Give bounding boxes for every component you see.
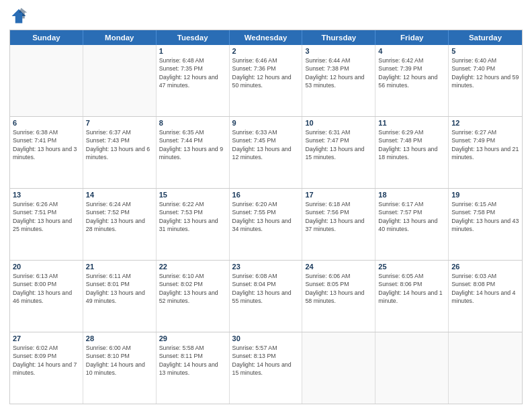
cell-info: Sunrise: 6:03 AM Sunset: 8:08 PM Dayligh… — [451, 272, 519, 305]
cell-info: Sunrise: 5:57 AM Sunset: 8:13 PM Dayligh… — [232, 344, 300, 377]
day-number: 28 — [86, 334, 153, 342]
cell-info: Sunrise: 6:06 AM Sunset: 8:05 PM Dayligh… — [305, 272, 372, 305]
calendar-cell — [10, 45, 83, 116]
cell-info: Sunrise: 6:10 AM Sunset: 8:02 PM Dayligh… — [159, 272, 226, 305]
cell-info: Sunrise: 6:26 AM Sunset: 7:51 PM Dayligh… — [13, 200, 80, 233]
cell-info: Sunrise: 6:48 AM Sunset: 7:35 PM Dayligh… — [159, 56, 226, 89]
calendar-row: 27Sunrise: 6:02 AM Sunset: 8:09 PM Dayli… — [10, 332, 522, 404]
cell-info: Sunrise: 6:08 AM Sunset: 8:04 PM Dayligh… — [232, 272, 300, 305]
day-number: 1 — [159, 47, 226, 55]
day-number: 26 — [451, 263, 519, 271]
day-number: 25 — [378, 263, 445, 271]
cell-info: Sunrise: 6:33 AM Sunset: 7:45 PM Dayligh… — [232, 128, 300, 161]
day-number: 29 — [159, 334, 226, 342]
day-number: 10 — [305, 119, 372, 127]
calendar: SundayMondayTuesdayWednesdayThursdayFrid… — [9, 30, 523, 404]
day-number: 5 — [451, 47, 519, 55]
day-number: 13 — [13, 191, 80, 199]
header — [9, 7, 523, 26]
calendar-body: 1Sunrise: 6:48 AM Sunset: 7:35 PM Daylig… — [10, 45, 522, 404]
calendar-cell — [375, 332, 449, 404]
cell-info: Sunrise: 6:40 AM Sunset: 7:40 PM Dayligh… — [451, 56, 519, 89]
day-number: 8 — [159, 119, 226, 127]
cell-info: Sunrise: 6:00 AM Sunset: 8:10 PM Dayligh… — [86, 344, 153, 377]
day-number: 12 — [451, 119, 519, 127]
calendar-cell: 8Sunrise: 6:35 AM Sunset: 7:44 PM Daylig… — [157, 117, 230, 188]
day-number: 11 — [378, 119, 445, 127]
calendar-cell: 2Sunrise: 6:46 AM Sunset: 7:36 PM Daylig… — [230, 45, 303, 116]
calendar-row: 13Sunrise: 6:26 AM Sunset: 7:51 PM Dayli… — [10, 188, 522, 260]
calendar-cell: 22Sunrise: 6:10 AM Sunset: 8:02 PM Dayli… — [157, 261, 230, 332]
cell-info: Sunrise: 6:17 AM Sunset: 7:57 PM Dayligh… — [378, 200, 445, 233]
day-number: 15 — [159, 191, 226, 199]
day-number: 9 — [232, 119, 300, 127]
cell-info: Sunrise: 6:05 AM Sunset: 8:06 PM Dayligh… — [378, 272, 445, 305]
day-number: 3 — [305, 47, 372, 55]
calendar-cell: 14Sunrise: 6:24 AM Sunset: 7:52 PM Dayli… — [83, 189, 157, 260]
cell-info: Sunrise: 6:35 AM Sunset: 7:44 PM Dayligh… — [159, 128, 226, 161]
day-number: 4 — [378, 47, 445, 55]
calendar-cell: 29Sunrise: 5:58 AM Sunset: 8:11 PM Dayli… — [157, 332, 230, 404]
calendar-cell: 9Sunrise: 6:33 AM Sunset: 7:45 PM Daylig… — [230, 117, 303, 188]
calendar-header-cell: Wednesday — [230, 30, 303, 45]
logo-icon — [9, 7, 28, 26]
calendar-cell: 11Sunrise: 6:29 AM Sunset: 7:48 PM Dayli… — [375, 117, 449, 188]
calendar-cell — [302, 332, 375, 404]
calendar-cell: 7Sunrise: 6:37 AM Sunset: 7:43 PM Daylig… — [83, 117, 157, 188]
cell-info: Sunrise: 6:31 AM Sunset: 7:47 PM Dayligh… — [305, 128, 372, 161]
calendar-cell: 21Sunrise: 6:11 AM Sunset: 8:01 PM Dayli… — [83, 261, 157, 332]
cell-info: Sunrise: 6:18 AM Sunset: 7:56 PM Dayligh… — [305, 200, 372, 233]
calendar-cell: 12Sunrise: 6:27 AM Sunset: 7:49 PM Dayli… — [449, 117, 522, 188]
calendar-header-cell: Sunday — [10, 30, 83, 45]
cell-info: Sunrise: 6:37 AM Sunset: 7:43 PM Dayligh… — [86, 128, 153, 161]
cell-info: Sunrise: 6:02 AM Sunset: 8:09 PM Dayligh… — [13, 344, 80, 377]
calendar-cell: 27Sunrise: 6:02 AM Sunset: 8:09 PM Dayli… — [10, 332, 83, 404]
day-number: 30 — [232, 334, 300, 342]
day-number: 27 — [13, 334, 80, 342]
day-number: 7 — [86, 119, 153, 127]
calendar-cell: 26Sunrise: 6:03 AM Sunset: 8:08 PM Dayli… — [449, 261, 522, 332]
calendar-cell: 3Sunrise: 6:44 AM Sunset: 7:38 PM Daylig… — [302, 45, 375, 116]
calendar-cell — [83, 45, 157, 116]
page: SundayMondayTuesdayWednesdayThursdayFrid… — [0, 0, 532, 411]
calendar-cell: 4Sunrise: 6:42 AM Sunset: 7:39 PM Daylig… — [375, 45, 449, 116]
cell-info: Sunrise: 6:11 AM Sunset: 8:01 PM Dayligh… — [86, 272, 153, 305]
cell-info: Sunrise: 5:58 AM Sunset: 8:11 PM Dayligh… — [159, 344, 226, 377]
cell-info: Sunrise: 6:27 AM Sunset: 7:49 PM Dayligh… — [451, 128, 519, 161]
calendar-cell: 5Sunrise: 6:40 AM Sunset: 7:40 PM Daylig… — [449, 45, 522, 116]
cell-info: Sunrise: 6:42 AM Sunset: 7:39 PM Dayligh… — [378, 56, 445, 89]
calendar-cell: 25Sunrise: 6:05 AM Sunset: 8:06 PM Dayli… — [375, 261, 449, 332]
cell-info: Sunrise: 6:13 AM Sunset: 8:00 PM Dayligh… — [13, 272, 80, 305]
day-number: 17 — [305, 191, 372, 199]
calendar-cell: 24Sunrise: 6:06 AM Sunset: 8:05 PM Dayli… — [302, 261, 375, 332]
calendar-cell: 30Sunrise: 5:57 AM Sunset: 8:13 PM Dayli… — [230, 332, 303, 404]
calendar-cell: 23Sunrise: 6:08 AM Sunset: 8:04 PM Dayli… — [230, 261, 303, 332]
logo — [9, 7, 31, 26]
calendar-cell: 15Sunrise: 6:22 AM Sunset: 7:53 PM Dayli… — [157, 189, 230, 260]
calendar-cell — [449, 332, 522, 404]
day-number: 21 — [86, 263, 153, 271]
calendar-row: 1Sunrise: 6:48 AM Sunset: 7:35 PM Daylig… — [10, 45, 522, 116]
cell-info: Sunrise: 6:38 AM Sunset: 7:41 PM Dayligh… — [13, 128, 80, 161]
calendar-cell: 13Sunrise: 6:26 AM Sunset: 7:51 PM Dayli… — [10, 189, 83, 260]
calendar-header: SundayMondayTuesdayWednesdayThursdayFrid… — [10, 30, 522, 45]
calendar-header-cell: Saturday — [449, 30, 522, 45]
cell-info: Sunrise: 6:44 AM Sunset: 7:38 PM Dayligh… — [305, 56, 372, 89]
cell-info: Sunrise: 6:29 AM Sunset: 7:48 PM Dayligh… — [378, 128, 445, 161]
cell-info: Sunrise: 6:22 AM Sunset: 7:53 PM Dayligh… — [159, 200, 226, 233]
calendar-row: 6Sunrise: 6:38 AM Sunset: 7:41 PM Daylig… — [10, 116, 522, 188]
day-number: 16 — [232, 191, 300, 199]
day-number: 24 — [305, 263, 372, 271]
day-number: 2 — [232, 47, 300, 55]
day-number: 19 — [451, 191, 519, 199]
day-number: 18 — [378, 191, 445, 199]
calendar-header-cell: Friday — [375, 30, 449, 45]
calendar-cell: 10Sunrise: 6:31 AM Sunset: 7:47 PM Dayli… — [302, 117, 375, 188]
day-number: 6 — [13, 119, 80, 127]
cell-info: Sunrise: 6:24 AM Sunset: 7:52 PM Dayligh… — [86, 200, 153, 233]
cell-info: Sunrise: 6:46 AM Sunset: 7:36 PM Dayligh… — [232, 56, 300, 89]
calendar-cell: 16Sunrise: 6:20 AM Sunset: 7:55 PM Dayli… — [230, 189, 303, 260]
calendar-cell: 19Sunrise: 6:15 AM Sunset: 7:58 PM Dayli… — [449, 189, 522, 260]
calendar-cell: 28Sunrise: 6:00 AM Sunset: 8:10 PM Dayli… — [83, 332, 157, 404]
cell-info: Sunrise: 6:20 AM Sunset: 7:55 PM Dayligh… — [232, 200, 300, 233]
